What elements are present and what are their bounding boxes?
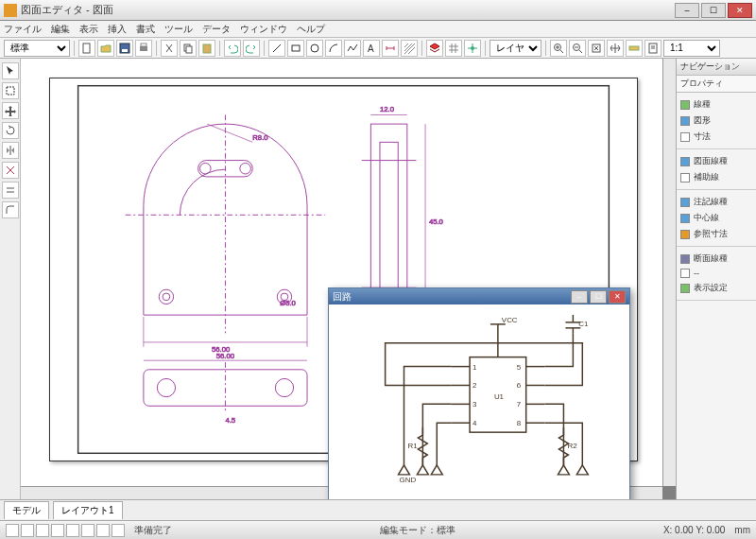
svg-text:A: A xyxy=(368,43,374,54)
fillet-icon[interactable] xyxy=(2,201,19,218)
measure-icon[interactable] xyxy=(626,40,643,57)
mirror-icon[interactable] xyxy=(2,142,19,159)
new-icon[interactable] xyxy=(78,40,95,57)
text-icon[interactable]: A xyxy=(363,40,380,57)
zoom-fit-icon[interactable] xyxy=(588,40,605,57)
svg-text:5: 5 xyxy=(517,363,522,372)
panel-item[interactable]: 寸法 xyxy=(680,129,752,145)
schematic-window[interactable]: 回路 – ☐ ✕ xyxy=(328,287,630,499)
layer-select[interactable]: レイヤー xyxy=(490,40,541,57)
polyline-icon[interactable] xyxy=(344,40,361,57)
panel-item[interactable]: 中心線 xyxy=(680,210,752,226)
move-icon[interactable] xyxy=(2,102,19,119)
copy-icon[interactable] xyxy=(180,40,197,57)
select-rect-icon[interactable] xyxy=(2,82,19,99)
pointer-icon[interactable] xyxy=(2,62,19,79)
svg-text:4.5: 4.5 xyxy=(225,416,235,425)
svg-text:R2: R2 xyxy=(567,442,577,450)
schematic-titlebar[interactable]: 回路 – ☐ ✕ xyxy=(329,288,629,304)
cut-icon[interactable] xyxy=(161,40,178,57)
close-button[interactable]: ✕ xyxy=(728,3,752,18)
panel-item[interactable]: 参照寸法 xyxy=(680,226,752,242)
svg-text:GND: GND xyxy=(400,476,417,484)
panel-item[interactable]: 図形 xyxy=(680,113,752,129)
save-icon[interactable] xyxy=(116,40,133,57)
status-dot-icon[interactable] xyxy=(112,524,125,537)
status-dot-icon[interactable] xyxy=(36,524,49,537)
rect-icon[interactable] xyxy=(287,40,304,57)
menu-tools[interactable]: ツール xyxy=(164,23,193,36)
panel-item[interactable]: -- xyxy=(680,267,752,280)
menu-file[interactable]: ファイル xyxy=(4,23,42,36)
svg-text:Ø5.0: Ø5.0 xyxy=(280,299,296,307)
redo-icon[interactable] xyxy=(243,40,260,57)
circle-icon[interactable] xyxy=(306,40,323,57)
svg-point-31 xyxy=(240,163,251,174)
drawing-canvas-area: 56.00 R8.0 Ø5.0 45.0 12.0 xyxy=(21,59,676,499)
svg-line-8 xyxy=(273,44,281,52)
menu-format[interactable]: 書式 xyxy=(136,23,155,36)
menu-help[interactable]: ヘルプ xyxy=(297,23,325,36)
side-panel-tab[interactable]: プロパティ xyxy=(677,76,756,93)
scrollbar-vertical[interactable] xyxy=(662,59,676,486)
panel-item[interactable]: 注記線種 xyxy=(680,194,752,210)
tab-model[interactable]: モデル xyxy=(4,501,49,519)
panel-item[interactable]: 補助線 xyxy=(680,169,752,185)
panel-item[interactable]: 図面線種 xyxy=(680,153,752,169)
menu-insert[interactable]: 挿入 xyxy=(108,23,127,36)
panel-item[interactable]: 表示設定 xyxy=(680,280,752,296)
pan-icon[interactable] xyxy=(607,40,624,57)
schematic-canvas[interactable]: VCC U1 R1 R2 C1 GND 1 2 3 4 5 6 7 8 xyxy=(329,304,629,499)
svg-text:R8.0: R8.0 xyxy=(252,133,267,142)
trim-icon[interactable] xyxy=(2,162,19,179)
zoom-out-icon[interactable] xyxy=(569,40,586,57)
panel-item[interactable]: 線種 xyxy=(680,96,752,113)
svg-text:4: 4 xyxy=(472,420,477,428)
window-titlebar: 図面エディタ - 図面 – ☐ ✕ xyxy=(0,0,756,21)
status-dot-icon[interactable] xyxy=(6,524,19,537)
scale-select[interactable]: 1:1 xyxy=(663,40,720,57)
menu-edit[interactable]: 編集 xyxy=(51,23,70,36)
status-dot-icon[interactable] xyxy=(21,524,34,537)
svg-text:R1: R1 xyxy=(407,442,418,450)
print-icon[interactable] xyxy=(135,40,152,57)
dimension-icon[interactable] xyxy=(382,40,399,57)
menu-data[interactable]: データ xyxy=(202,23,231,36)
snap-icon[interactable] xyxy=(464,40,481,57)
rotate-icon[interactable] xyxy=(2,122,19,139)
color-swatch-icon xyxy=(680,173,690,183)
minimize-button[interactable]: – xyxy=(675,3,699,18)
status-dot-icon[interactable] xyxy=(81,524,94,537)
open-icon[interactable] xyxy=(97,40,114,57)
menu-view[interactable]: 表示 xyxy=(79,23,98,36)
menu-bar: ファイル 編集 表示 挿入 書式 ツール データ ウィンドウ ヘルプ xyxy=(0,21,756,38)
properties-icon[interactable] xyxy=(644,40,662,57)
svg-rect-0 xyxy=(83,43,90,53)
maximize-button[interactable]: ☐ xyxy=(701,3,726,18)
menu-window[interactable]: ウィンドウ xyxy=(240,23,287,36)
hatch-icon[interactable] xyxy=(401,40,418,57)
svg-point-55 xyxy=(275,378,293,396)
status-dot-icon[interactable] xyxy=(51,524,64,537)
svg-text:3: 3 xyxy=(472,401,477,409)
schematic-maximize-button[interactable]: ☐ xyxy=(590,290,607,304)
svg-point-10 xyxy=(311,44,318,52)
panel-item[interactable]: 断面線種 xyxy=(680,251,752,267)
schematic-close-button[interactable]: ✕ xyxy=(609,290,626,304)
undo-icon[interactable] xyxy=(224,40,241,57)
tab-layout1[interactable]: レイアウト1 xyxy=(53,501,123,519)
svg-text:2: 2 xyxy=(472,382,477,391)
grid-icon[interactable] xyxy=(445,40,462,57)
schematic-minimize-button[interactable]: – xyxy=(571,290,588,304)
status-dot-icon[interactable] xyxy=(66,524,79,537)
zoom-in-icon[interactable] xyxy=(550,40,567,57)
offset-icon[interactable] xyxy=(2,182,19,199)
paste-icon[interactable] xyxy=(198,40,215,57)
line-icon[interactable] xyxy=(268,40,285,57)
layers-icon[interactable] xyxy=(426,40,443,57)
status-dot-icon[interactable] xyxy=(96,524,110,537)
color-swatch-icon xyxy=(680,198,690,207)
arc-icon[interactable] xyxy=(325,40,342,57)
vertical-toolbar xyxy=(0,59,21,499)
style-select[interactable]: 標準 xyxy=(4,40,70,57)
